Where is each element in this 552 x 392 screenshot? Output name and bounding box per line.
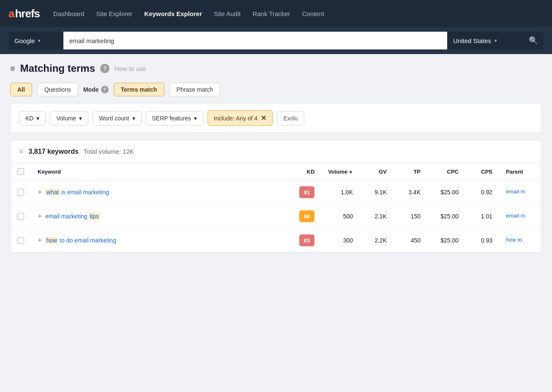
cps-cell: 0.92 [465, 180, 499, 204]
how-to-use-link[interactable]: How to use [115, 65, 146, 72]
nav-link-content[interactable]: Content [302, 10, 325, 17]
cps-cell: 0.93 [465, 229, 499, 253]
kd-chevron-icon: ▾ [36, 115, 39, 122]
kd-filter-label: KD [25, 115, 33, 122]
top-nav: ahrefs Dashboard Site Explorer Keywords … [0, 0, 552, 27]
search-bar: Google ▾ United States ▾ 🔍 [0, 27, 552, 54]
th-keyword: Keyword [31, 163, 287, 180]
nav-links: Dashboard Site Explorer Keywords Explore… [53, 10, 324, 17]
hamburger-icon[interactable]: ≡ [10, 64, 15, 74]
cps-cell: 1.01 [465, 204, 499, 229]
th-volume[interactable]: Volume [321, 163, 360, 180]
kd-badge: 81 [299, 186, 314, 198]
country-label: United States [453, 37, 491, 44]
filters-row: KD ▾ Volume ▾ Word count ▾ SERP features… [10, 103, 542, 133]
page-title: Matching terms [20, 63, 95, 74]
results-section: ≡ 3,817 keywords Total volume: 12K Keywo… [10, 140, 542, 253]
row-checkbox[interactable] [17, 213, 24, 220]
volume-chevron-icon: ▾ [79, 115, 82, 122]
volume-cell: 300 [321, 229, 360, 253]
results-total-volume: Total volume: 12K [84, 148, 134, 155]
country-dropdown[interactable]: United States ▾ [447, 32, 523, 49]
row-checkbox[interactable] [17, 237, 24, 244]
nav-link-site-explorer[interactable]: Site Explorer [96, 10, 132, 17]
th-parent: Parent [499, 163, 541, 180]
keyword-link[interactable]: what is email marketing [46, 189, 109, 196]
phrase-match-btn[interactable]: Phrase match [169, 83, 220, 96]
cpc-cell: $25.00 [427, 229, 465, 253]
keyword-highlight: tips [89, 213, 100, 220]
mode-help-icon[interactable]: ? [101, 86, 109, 93]
cpc-cell: $25.00 [427, 204, 465, 229]
kd-filter[interactable]: KD ▾ [19, 111, 46, 125]
page-header: ≡ Matching terms ? How to use [10, 63, 542, 74]
table-row: + how to do email marketing 833002.2K450… [11, 229, 541, 253]
serp-chevron-icon: ▾ [194, 115, 197, 122]
mode-label: Mode ? [83, 86, 109, 93]
gv-cell: 2.2K [360, 229, 394, 253]
nav-link-dashboard[interactable]: Dashboard [53, 10, 84, 17]
parent-topic-link[interactable]: how to [506, 237, 522, 243]
keyword-highlight: how [46, 237, 58, 244]
tp-cell: 150 [394, 204, 427, 229]
main-content: ≡ Matching terms ? How to use All Questi… [0, 54, 552, 261]
add-keyword-icon[interactable]: + [38, 188, 42, 197]
kd-badge: 66 [299, 210, 314, 222]
engine-dropdown[interactable]: Google ▾ [8, 32, 63, 49]
table-row: + email marketing tips 665002.1K150$25.0… [11, 204, 541, 229]
word-count-filter-label: Word count [99, 115, 129, 122]
th-cps[interactable]: CPS [465, 163, 499, 180]
row-checkbox[interactable] [17, 189, 24, 196]
parent-topic-link[interactable]: email m [506, 212, 525, 219]
row-actions: + email marketing tips [38, 212, 281, 221]
nav-link-rank-tracker[interactable]: Rank Tracker [252, 10, 290, 17]
nav-link-keywords-explorer[interactable]: Keywords Explorer [144, 10, 202, 17]
tp-cell: 3.4K [394, 180, 427, 204]
filter-tab-questions[interactable]: Questions [37, 83, 78, 96]
gv-cell: 9.1K [360, 180, 394, 204]
add-keyword-icon[interactable]: + [38, 212, 42, 221]
exclude-filter[interactable]: Exclu [277, 111, 304, 125]
include-close-icon[interactable]: ✕ [261, 114, 266, 122]
results-sort-icon[interactable]: ≡ [19, 147, 24, 156]
th-cpc[interactable]: CPC [427, 163, 465, 180]
parent-topic-link[interactable]: email m [506, 188, 525, 195]
include-filter-label: Include: Any of 4 [214, 115, 258, 122]
logo-a: a [8, 7, 14, 20]
matching-terms-help-icon[interactable]: ? [100, 64, 109, 73]
cpc-cell: $25.00 [427, 180, 465, 204]
serp-features-filter[interactable]: SERP features ▾ [146, 111, 203, 125]
country-chevron-icon: ▾ [495, 38, 497, 44]
nav-link-site-audit[interactable]: Site Audit [214, 10, 240, 17]
select-all-checkbox[interactable] [17, 168, 24, 175]
keyword-highlight: what [46, 189, 60, 196]
search-button[interactable]: 🔍 [523, 32, 544, 49]
search-icon: 🔍 [529, 36, 538, 45]
row-actions: + how to do email marketing [38, 236, 281, 245]
keywords-table: Keyword KD Volume GV TP CPC CPS Parent +… [11, 163, 541, 253]
serp-filter-label: SERP features [152, 115, 191, 122]
terms-match-btn[interactable]: Terms match [114, 83, 164, 96]
kd-badge: 83 [299, 234, 314, 246]
th-tp[interactable]: TP [394, 163, 427, 180]
results-header: ≡ 3,817 keywords Total volume: 12K [11, 140, 541, 163]
word-count-filter[interactable]: Word count ▾ [93, 111, 141, 125]
logo[interactable]: ahrefs [8, 7, 40, 20]
engine-label: Google [14, 37, 35, 44]
search-input[interactable] [69, 37, 441, 44]
word-count-chevron-icon: ▾ [132, 115, 135, 122]
table-row: + what is email marketing 811.0K9.1K3.4K… [11, 180, 541, 204]
tp-cell: 450 [394, 229, 427, 253]
include-filter[interactable]: Include: Any of 4 ✕ [208, 110, 273, 126]
engine-chevron-icon: ▾ [38, 38, 41, 44]
volume-filter[interactable]: Volume ▾ [50, 111, 88, 125]
th-kd[interactable]: KD [287, 163, 321, 180]
logo-text: hrefs [15, 7, 40, 20]
keyword-link[interactable]: email marketing tips [46, 213, 100, 220]
volume-cell: 1.0K [321, 180, 360, 204]
filter-tab-all[interactable]: All [10, 83, 32, 96]
add-keyword-icon[interactable]: + [38, 236, 42, 245]
th-gv[interactable]: GV [360, 163, 394, 180]
keyword-link[interactable]: how to do email marketing [46, 237, 116, 244]
volume-cell: 500 [321, 204, 360, 229]
